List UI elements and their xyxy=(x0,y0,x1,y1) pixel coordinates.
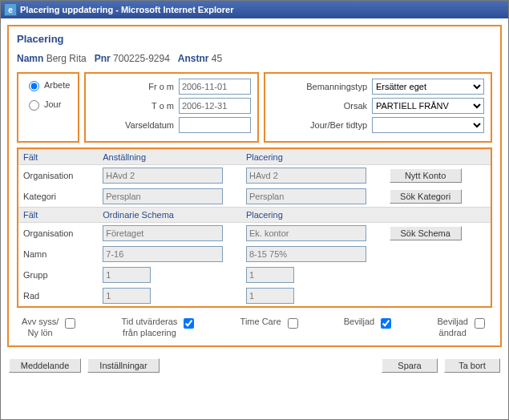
radio-jour[interactable] xyxy=(29,100,39,111)
row-org-label: Organisation xyxy=(18,165,98,187)
installningar-button[interactable]: Inställningar xyxy=(87,358,160,373)
beviljad-andrad-checkbox[interactable] xyxy=(475,318,485,329)
anst-org-input[interactable] xyxy=(103,168,223,184)
hdr-plac: Placering xyxy=(241,150,385,165)
row-namn-label: Namn xyxy=(18,244,98,265)
bemanningstyp-select[interactable]: Ersätter eget xyxy=(372,79,484,95)
radio-arbete[interactable] xyxy=(29,81,39,91)
radio-jour-label: Jour xyxy=(44,99,61,109)
window-title: Placering uppdatering - Microsoft Intern… xyxy=(20,5,233,14)
titlebar: e Placering uppdatering - Microsoft Inte… xyxy=(1,1,508,18)
footer-buttons: Meddelande Inställningar Spara Ta bort xyxy=(1,353,508,379)
timecare-checkbox[interactable] xyxy=(288,318,298,329)
beviljad-andrad-label: Beviljad ändrad xyxy=(437,316,468,339)
type-box: Arbete Jour xyxy=(17,72,79,143)
row-org2-label: Organisation xyxy=(18,223,98,244)
anstnr-value: 45 xyxy=(212,53,222,64)
plac2-rad-input[interactable] xyxy=(246,288,294,304)
ord-grupp-input[interactable] xyxy=(103,267,151,283)
from-label: Fr o m xyxy=(148,82,176,91)
ord-namn-input[interactable] xyxy=(103,246,223,262)
plac-kat-input[interactable] xyxy=(246,188,366,204)
varsel-label: Varseldatum xyxy=(125,120,176,130)
plac-org-input[interactable] xyxy=(246,168,366,184)
hdr-falt2: Fält xyxy=(18,208,98,223)
beviljad-checkbox[interactable] xyxy=(381,318,391,329)
dates-box: Fr o m T o m Varseldatum xyxy=(84,72,259,143)
hdr-falt: Fält xyxy=(18,150,98,165)
jourber-select[interactable] xyxy=(372,117,484,133)
timecare-label: Time Care xyxy=(240,316,281,327)
main-panel: Placering Namn Berg Rita Pnr 700225-9294… xyxy=(7,25,502,347)
pnr-label: Pnr xyxy=(95,53,111,64)
bemanningstyp-label: Bemanningstyp xyxy=(306,82,369,91)
row-rad-label: Rad xyxy=(18,285,98,306)
avv-checkbox[interactable] xyxy=(65,318,75,329)
hdr-plac2: Placering xyxy=(241,208,385,223)
ord-rad-input[interactable] xyxy=(103,288,151,304)
staffing-box: Bemanningstyp Ersätter eget Orsak PARTIE… xyxy=(264,72,492,143)
anst-kat-input[interactable] xyxy=(103,188,223,204)
pnr-value: 700225-9294 xyxy=(113,53,170,64)
spara-button[interactable]: Spara xyxy=(382,358,438,373)
row-kat-label: Kategori xyxy=(18,186,98,208)
beviljad-label: Beviljad xyxy=(344,316,375,327)
plac2-org-input[interactable] xyxy=(246,225,366,241)
sok-schema-button[interactable]: Sök Schema xyxy=(390,226,462,240)
radio-arbete-label: Arbete xyxy=(44,80,70,90)
window: e Placering uppdatering - Microsoft Inte… xyxy=(0,0,509,420)
avv-label: Avv syss/ Ny lön xyxy=(22,316,59,339)
orsak-select[interactable]: PARTIELL FRÅNV xyxy=(372,98,484,114)
identity-line: Namn Berg Rita Pnr 700225-9294 Anstnr 45 xyxy=(17,53,492,64)
page-title: Placering xyxy=(17,33,492,45)
to-label: T o m xyxy=(151,101,176,111)
grid-table: Fält Anställning Placering Organisation … xyxy=(18,149,491,306)
plac2-grupp-input[interactable] xyxy=(246,267,294,283)
checkbox-row: Avv syss/ Ny lön Tid utvärderas från pla… xyxy=(17,313,492,341)
tid-label: Tid utvärderas från placering xyxy=(121,316,177,339)
varsel-input[interactable] xyxy=(179,117,251,133)
grid-box: Fält Anställning Placering Organisation … xyxy=(17,147,492,308)
nytt-konto-button[interactable]: Nytt Konto xyxy=(390,168,462,183)
orsak-label: Orsak xyxy=(344,101,369,111)
tid-checkbox[interactable] xyxy=(184,318,194,329)
jourber-label: Jour/Ber tidtyp xyxy=(310,120,369,130)
tabort-button[interactable]: Ta bort xyxy=(444,358,500,373)
to-input[interactable] xyxy=(179,98,251,114)
hdr-ord: Ordinarie Schema xyxy=(98,208,241,223)
meddelande-button[interactable]: Meddelande xyxy=(9,358,81,373)
ie-icon: e xyxy=(4,3,17,16)
row-grupp-label: Grupp xyxy=(18,265,98,285)
from-input[interactable] xyxy=(179,79,251,95)
hdr-anst: Anställning xyxy=(98,150,241,165)
plac2-namn-input[interactable] xyxy=(246,246,366,262)
anstnr-label: Anstnr xyxy=(178,53,209,64)
name-value: Berg Rita xyxy=(46,53,87,64)
ord-org-input[interactable] xyxy=(103,225,223,241)
sok-kategori-button[interactable]: Sök Kategori xyxy=(390,189,462,204)
name-label: Namn xyxy=(17,53,43,64)
